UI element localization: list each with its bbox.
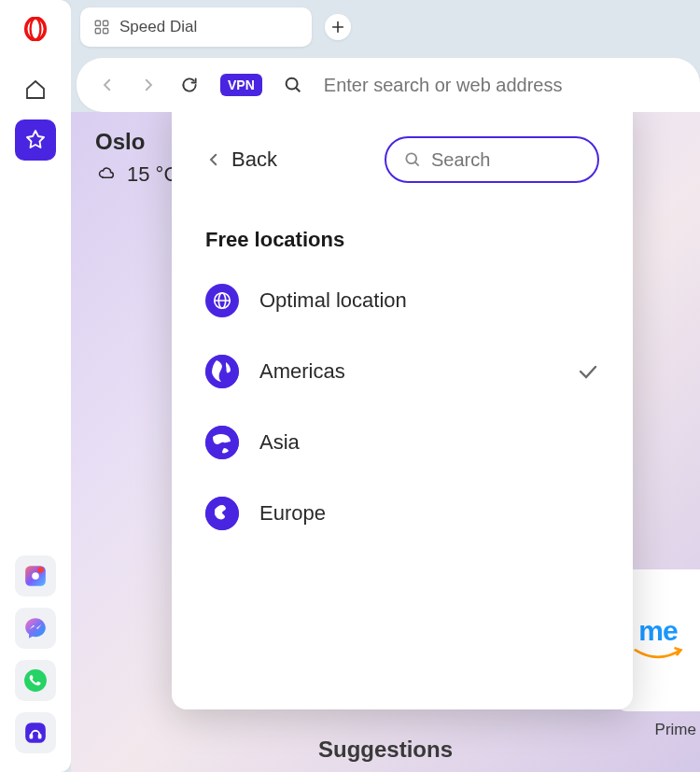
americas-icon: [205, 355, 239, 388]
vpn-location-europe[interactable]: Europe: [205, 497, 599, 530]
svg-point-3: [32, 572, 39, 580]
forward-button[interactable]: [138, 75, 159, 95]
new-tab-button[interactable]: [325, 14, 351, 40]
back-button[interactable]: [97, 75, 118, 95]
svg-line-18: [415, 162, 419, 166]
vpn-section-title: Free locations: [205, 228, 599, 252]
svg-point-17: [406, 153, 416, 163]
vpn-back-button[interactable]: Back: [205, 147, 277, 172]
address-input[interactable]: [324, 75, 679, 96]
speed-dial-tile-prime-caption: Prime: [655, 721, 696, 739]
tab-title: Speed Dial: [119, 18, 197, 36]
speed-dial-grid-icon: [93, 19, 110, 35]
svg-point-1: [31, 19, 41, 40]
svg-rect-8: [38, 734, 42, 738]
content-viewport: Oslo 15 °C me Prime Suggestions Back: [71, 112, 700, 772]
vpn-search-input[interactable]: [431, 149, 581, 171]
sidebar-home-button[interactable]: [15, 69, 56, 110]
vpn-location-popup: Back Free locations Optimal location: [172, 112, 633, 709]
sidebar-app-aria-icon[interactable]: [15, 555, 56, 597]
prime-logo-text: me: [638, 615, 677, 647]
svg-rect-7: [30, 734, 34, 738]
weather-cloud-icon: [95, 165, 118, 184]
weather-city: Oslo: [95, 129, 178, 155]
opera-logo-icon: [23, 17, 48, 41]
left-sidebar: [0, 0, 71, 772]
vpn-location-optimal[interactable]: Optimal location: [205, 284, 599, 317]
sidebar-app-whatsapp-icon[interactable]: [15, 660, 56, 701]
svg-point-15: [286, 78, 297, 90]
svg-rect-12: [104, 29, 108, 34]
svg-rect-10: [104, 21, 108, 25]
search-icon: [403, 150, 422, 169]
svg-rect-11: [95, 29, 100, 34]
search-icon[interactable]: [283, 75, 303, 95]
vpn-location-label: Asia: [259, 430, 599, 455]
svg-point-4: [37, 567, 43, 573]
svg-point-0: [26, 18, 46, 40]
sidebar-app-messenger-icon[interactable]: [15, 608, 56, 649]
asia-icon: [205, 426, 239, 459]
checkmark-icon: [577, 360, 599, 383]
europe-icon: [205, 497, 239, 530]
vpn-search-field[interactable]: [385, 136, 599, 183]
vpn-location-list: Optimal location Americas Asia: [205, 284, 599, 530]
tab-strip: Speed Dial: [71, 0, 700, 54]
vpn-location-label: Europe: [259, 501, 599, 526]
svg-line-16: [296, 88, 300, 91]
vpn-back-label: Back: [231, 147, 277, 172]
vpn-location-label: Americas: [259, 359, 556, 384]
svg-rect-6: [25, 723, 46, 743]
vpn-badge-button[interactable]: VPN: [220, 74, 262, 96]
vpn-badge-label: VPN: [228, 77, 255, 92]
reload-button[interactable]: [179, 75, 200, 95]
chevron-left-icon: [205, 151, 222, 168]
svg-point-23: [205, 426, 239, 459]
tab-speed-dial[interactable]: Speed Dial: [80, 7, 312, 47]
svg-rect-9: [95, 21, 100, 25]
weather-widget[interactable]: Oslo 15 °C: [95, 129, 178, 187]
suggestions-heading: Suggestions: [318, 737, 453, 763]
sidebar-pinboards-button[interactable]: [15, 119, 56, 161]
svg-point-22: [205, 355, 239, 388]
vpn-location-label: Optimal location: [259, 288, 599, 313]
vpn-location-americas[interactable]: Americas: [205, 355, 599, 388]
sidebar-app-player-icon[interactable]: [15, 712, 56, 753]
globe-icon: [205, 284, 239, 317]
weather-temperature: 15 °C: [127, 162, 178, 187]
vpn-location-asia[interactable]: Asia: [205, 426, 599, 459]
address-bar: VPN: [77, 58, 700, 112]
main-area: Speed Dial VPN Oslo: [71, 0, 700, 772]
